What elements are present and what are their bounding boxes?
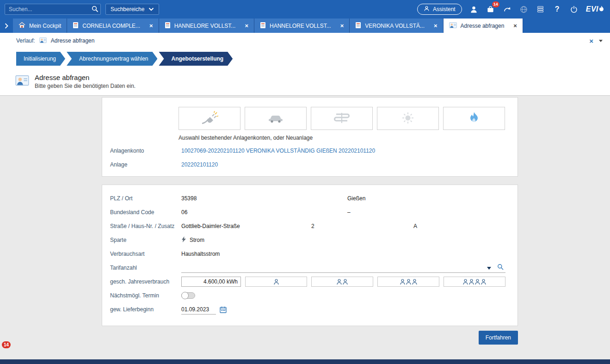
anlagenkonto-row: Anlagenkonto 10027069-202202101120 VERON…	[110, 147, 518, 155]
tab-label: HANNELORE VOLLST...	[174, 23, 236, 29]
global-search	[5, 4, 101, 15]
tab-adresse-abfragen[interactable]: Adresse abfragen ×	[444, 19, 523, 33]
step-label: Angebotserstellung	[171, 56, 223, 62]
bottom-bar	[0, 359, 610, 364]
bundesland-extra-value: –	[347, 209, 351, 216]
search-icon[interactable]	[92, 6, 99, 14]
termin-toggle[interactable]	[181, 292, 195, 299]
termin-row: Nächstmögl. Termin	[110, 289, 505, 302]
history-bar: Verlauf: Adresse abfragen ×	[0, 33, 610, 49]
bundesland-code-value[interactable]: 06	[181, 209, 347, 216]
tab-close-icon[interactable]: ×	[340, 23, 344, 29]
tarifanzahl-input[interactable]	[181, 263, 485, 272]
tab-cornelia[interactable]: CORNELIA COMPLE... ×	[67, 19, 159, 33]
history-entry[interactable]: Adresse abfragen	[51, 37, 95, 44]
jahresverbrauch-input[interactable]	[181, 277, 241, 287]
lieferbeginn-row: gew. Lieferbeginn	[110, 302, 505, 316]
continue-button[interactable]: Fortfahren	[479, 331, 518, 345]
tab-label: Adresse abfragen	[461, 23, 505, 29]
tarifanzahl-field	[181, 263, 505, 273]
plz-ort-label: PLZ / Ort	[110, 195, 181, 202]
verbrauchsart-label: Verbrauchsart	[110, 251, 181, 257]
dropdown-caret-icon[interactable]	[487, 265, 491, 271]
sparte-value[interactable]: Strom	[190, 237, 204, 243]
tab-scroll-left-icon[interactable]	[0, 19, 13, 33]
anlagenkonto-label: Anlagenkonto	[110, 148, 181, 154]
user-icon[interactable]	[469, 5, 479, 14]
strasse-row: Straße / Haus-Nr. / Zusatz Gottlieb-Daim…	[110, 219, 505, 233]
list-server-icon[interactable]	[536, 5, 545, 14]
tab-veronika[interactable]: VERONIKA VOLLSTÄ... ×	[350, 19, 443, 33]
redo-icon[interactable]	[503, 5, 512, 14]
division-solar-button[interactable]	[377, 107, 439, 130]
account-hint: Auswahl bestehender Anlagenkonten, oder …	[179, 135, 518, 141]
tab-label: CORNELIA COMPLE...	[82, 23, 140, 29]
division-gas-button[interactable]	[443, 107, 505, 130]
division-emobilitaet-button[interactable]	[245, 107, 307, 130]
document-icon	[355, 22, 361, 30]
anlage-link[interactable]: 202202101120	[181, 161, 218, 168]
household-4-persons-button[interactable]	[444, 277, 505, 287]
tab-hannelore-1[interactable]: HANNELORE VOLLST... ×	[159, 19, 254, 33]
flame-icon	[599, 5, 604, 13]
tab-label: Mein Cockpit	[29, 23, 61, 29]
history-label: Verlauf:	[16, 37, 35, 44]
globe-icon[interactable]	[519, 5, 529, 14]
power-icon[interactable]	[569, 5, 579, 14]
page-icon	[15, 74, 29, 88]
household-2-persons-button[interactable]	[311, 277, 373, 287]
page-title-block: Adresse abfragen Bitte geben Sie die ben…	[35, 74, 136, 89]
division-strom-button[interactable]	[179, 107, 240, 130]
tabbar: Mein Cockpit CORNELIA COMPLE... × HANNEL…	[0, 19, 610, 33]
step-label: Abrechnungsvertrag wählen	[79, 56, 148, 62]
anlagenkonto-link[interactable]: 10027069-202202101120 VERONIKA VOLLSTÄND…	[181, 148, 375, 154]
plz-value[interactable]: 35398	[181, 195, 347, 202]
division-waerme-button[interactable]	[311, 107, 373, 130]
tab-close-icon[interactable]: ×	[245, 23, 248, 29]
wizard-step-initialisierung[interactable]: Initialisierung	[16, 52, 65, 66]
ort-value[interactable]: Gießen	[347, 195, 365, 202]
topbar-actions: Assistent 14 ? EVI	[417, 4, 605, 15]
sparte-row: Sparte Strom	[110, 233, 505, 247]
jahresverbrauch-row: gesch. Jahresverbrauch	[110, 275, 505, 289]
tab-hannelore-2[interactable]: HANNELORE VOLLST... ×	[254, 19, 350, 33]
search-input[interactable]	[5, 4, 101, 15]
wizard-step-abrechnungsvertrag[interactable]: Abrechnungsvertrag wählen	[67, 52, 157, 66]
help-icon[interactable]: ?	[553, 5, 562, 14]
document-icon	[260, 22, 266, 30]
tariff-search-icon[interactable]	[497, 264, 504, 271]
hausnr-value[interactable]: 2	[311, 223, 413, 229]
tab-close-icon[interactable]: ×	[434, 23, 437, 29]
history-actions: ×	[589, 37, 603, 44]
lieferbeginn-input[interactable]	[181, 304, 216, 315]
division-selector	[179, 107, 518, 130]
main-content: Auswahl bestehender Anlagenkonten, oder …	[0, 96, 610, 359]
household-3-persons-button[interactable]	[377, 277, 439, 287]
car-icon	[266, 113, 285, 124]
verbrauchsart-value[interactable]: Haushaltsstrom	[181, 251, 220, 257]
tab-close-icon[interactable]: ×	[149, 23, 153, 29]
gas-flame-icon	[468, 111, 480, 126]
zusatz-value[interactable]: A	[413, 223, 417, 229]
tab-label: HANNELORE VOLLST...	[270, 23, 331, 29]
topbar: Suchbereiche Assistent 14	[0, 0, 610, 19]
wizard-step-angebotserstellung[interactable]: Angebotserstellung	[159, 52, 233, 66]
strasse-value[interactable]: Gottlieb-Daimler-Straße	[181, 223, 311, 229]
assistant-label: Assistent	[433, 6, 456, 12]
tab-mein-cockpit[interactable]: Mein Cockpit	[13, 19, 67, 33]
notifications-bag-icon[interactable]: 14	[486, 5, 495, 14]
search-scope-button[interactable]: Suchbereiche	[105, 4, 159, 15]
calendar-icon[interactable]	[220, 306, 227, 313]
household-1-person-button[interactable]	[245, 277, 307, 287]
chevron-down-icon	[148, 6, 154, 12]
close-workflow-icon[interactable]: ×	[589, 37, 593, 44]
chevron-down-icon[interactable]	[599, 40, 603, 42]
home-icon	[18, 22, 25, 30]
notification-count-badge: 14	[492, 1, 499, 7]
assistant-button[interactable]: Assistent	[417, 4, 462, 15]
search-scope-label: Suchbereiche	[111, 6, 144, 12]
tab-close-icon[interactable]: ×	[513, 23, 517, 29]
address-form-card: PLZ / Ort 35398 Gießen Bundesland Code 0…	[102, 185, 518, 326]
page-subtitle: Bitte geben Sie die benötigten Daten ein…	[35, 83, 136, 89]
wizard-steps: Initialisierung Abrechnungsvertrag wähle…	[0, 49, 610, 69]
